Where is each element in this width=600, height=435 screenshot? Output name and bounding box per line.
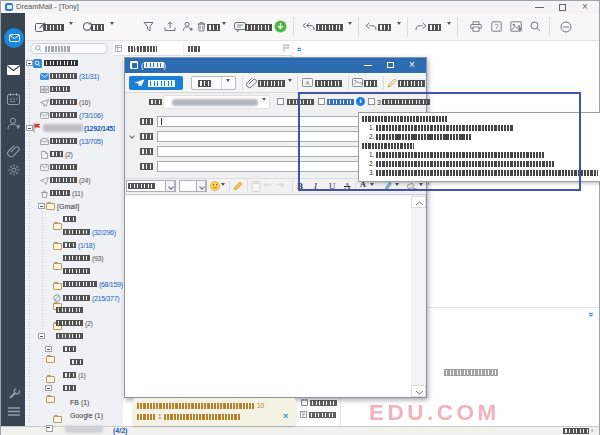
svg-text:A: A	[305, 80, 309, 86]
svg-text:?: ?	[494, 22, 498, 31]
